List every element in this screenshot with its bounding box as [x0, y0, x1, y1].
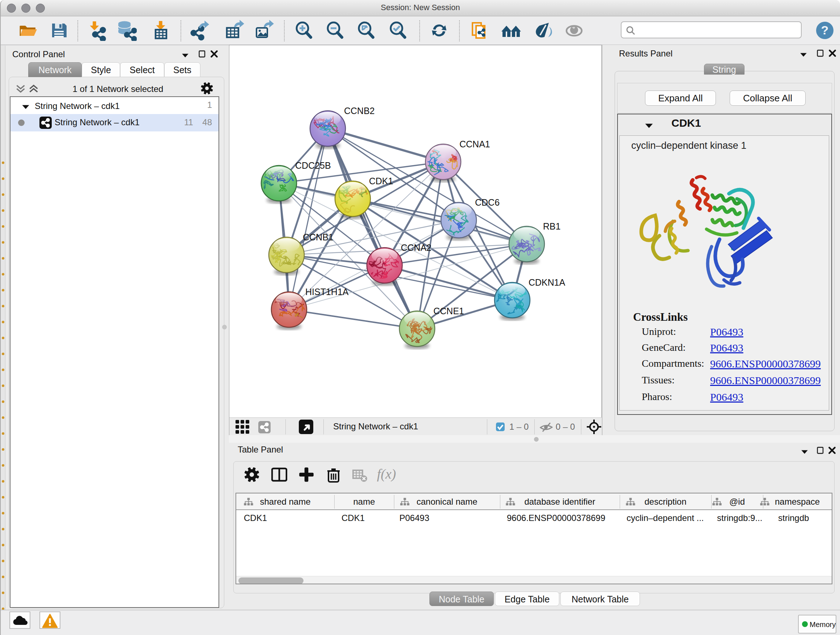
svg-text:?: ? — [821, 23, 829, 37]
svg-text:CDC6: CDC6 — [475, 197, 500, 207]
svg-text:CDK1: CDK1 — [369, 176, 393, 186]
svg-text:RB1: RB1 — [543, 221, 561, 231]
svg-text:CCNA1: CCNA1 — [459, 139, 490, 149]
svg-text:CDKN1A: CDKN1A — [529, 277, 565, 287]
svg-text:CCNE1: CCNE1 — [433, 306, 464, 316]
svg-text:CCNA2: CCNA2 — [401, 242, 431, 253]
svg-text:CDC25B: CDC25B — [295, 160, 331, 171]
svg-text:HIST1H1A: HIST1H1A — [305, 287, 349, 297]
svg-text:CCNB2: CCNB2 — [344, 106, 375, 116]
svg-text:CCNB1: CCNB1 — [303, 232, 333, 242]
